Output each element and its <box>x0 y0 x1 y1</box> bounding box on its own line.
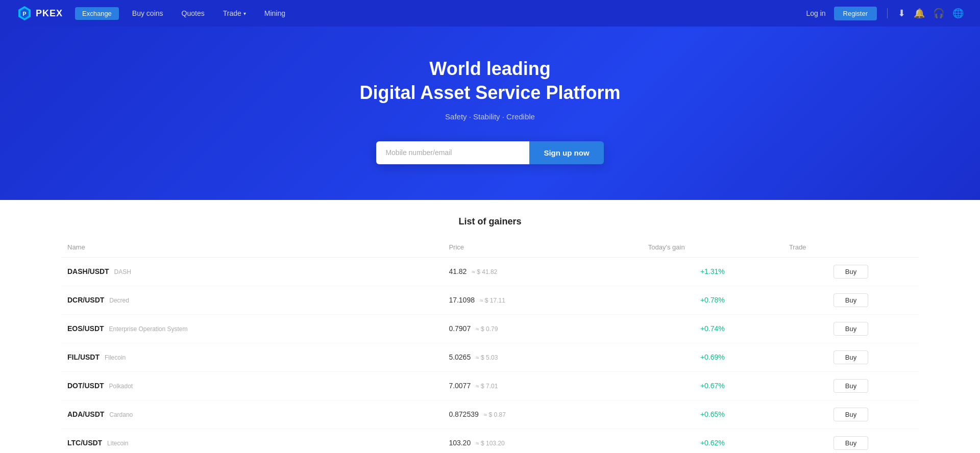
pair-name: FIL/USDT <box>67 353 100 361</box>
nav-trade[interactable]: Trade ▾ <box>214 9 255 17</box>
price-usd: ≈ $ 0.79 <box>476 325 498 333</box>
table-row: ADA/USDT Cardano 0.872539 ≈ $ 0.87 +0.65… <box>61 400 919 429</box>
pair-full-name: Decred <box>109 297 129 304</box>
gainers-section: List of gainers Name Price Today's gain … <box>0 200 980 453</box>
email-input[interactable] <box>376 141 529 164</box>
price-value: 41.82 <box>449 267 467 275</box>
pkex-logo-icon: P <box>16 5 33 21</box>
hero-title-line2: Digital Asset Service Platform <box>360 81 621 105</box>
hero-title-line1: World leading <box>429 57 550 81</box>
bell-icon[interactable]: 🔔 <box>914 8 925 19</box>
buy-button[interactable]: Buy <box>834 293 868 307</box>
nav-mining[interactable]: Mining <box>255 9 295 17</box>
gain-value: +0.67% <box>700 382 725 390</box>
table-row: EOS/USDT Enterprise Operation System 0.7… <box>61 314 919 343</box>
headset-icon[interactable]: 🎧 <box>933 8 944 19</box>
pair-full-name: Litecoin <box>107 440 128 447</box>
table-title: List of gainers <box>61 216 919 227</box>
price-value: 7.0077 <box>449 382 471 390</box>
table-header-row: Name Price Today's gain Trade <box>61 239 919 258</box>
price-usd: ≈ $ 7.01 <box>476 383 498 390</box>
table-row: LTC/USDT Litecoin 103.20 ≈ $ 103.20 +0.6… <box>61 429 919 453</box>
col-gain-header: Today's gain <box>642 239 783 258</box>
table-row: DOT/USDT Polkadot 7.0077 ≈ $ 7.01 +0.67%… <box>61 371 919 400</box>
logo-text: PKEX <box>36 8 63 19</box>
svg-text:P: P <box>22 11 26 17</box>
buy-button[interactable]: Buy <box>834 408 868 421</box>
price-usd: ≈ $ 0.87 <box>484 411 506 418</box>
hero-subtitle: Safety · Stability · Credible <box>445 112 535 121</box>
price-value: 5.0265 <box>449 353 471 361</box>
gain-value: +0.62% <box>700 439 725 447</box>
header-divider <box>887 8 888 18</box>
chevron-down-icon: ▾ <box>243 11 246 16</box>
table-row: FIL/USDT Filecoin 5.0265 ≈ $ 5.03 +0.69%… <box>61 343 919 371</box>
pair-name: DOT/USDT <box>67 382 104 390</box>
gain-value: +0.78% <box>700 296 725 304</box>
pair-name: EOS/USDT <box>67 324 104 333</box>
hero-section: World leading Digital Asset Service Plat… <box>0 27 980 200</box>
pair-name: ADA/USDT <box>67 410 104 418</box>
col-price-header: Price <box>443 239 642 258</box>
gain-value: +0.65% <box>700 410 725 418</box>
col-trade-header: Trade <box>783 239 919 258</box>
price-value: 0.7907 <box>449 324 471 333</box>
pair-full-name: Polkadot <box>109 383 133 390</box>
buy-button[interactable]: Buy <box>834 350 868 364</box>
buy-button[interactable]: Buy <box>834 265 868 279</box>
pair-name: DASH/USDT <box>67 267 109 275</box>
signup-button[interactable]: Sign up now <box>529 141 603 164</box>
pair-full-name: Enterprise Operation System <box>109 325 187 333</box>
table-row: DASH/USDT DASH 41.82 ≈ $ 41.82 +1.31% Bu… <box>61 257 919 286</box>
nav-quotes[interactable]: Quotes <box>173 9 214 17</box>
buy-button[interactable]: Buy <box>834 322 868 336</box>
buy-button[interactable]: Buy <box>834 436 868 450</box>
download-icon[interactable]: ⬇ <box>898 8 905 19</box>
nav-buy-coins[interactable]: Buy coins <box>123 9 173 17</box>
price-usd: ≈ $ 41.82 <box>472 268 497 275</box>
pair-name: LTC/USDT <box>67 439 102 447</box>
gain-value: +0.69% <box>700 353 725 361</box>
globe-icon[interactable]: 🌐 <box>952 8 964 19</box>
price-value: 103.20 <box>449 439 471 447</box>
pair-full-name: Cardano <box>109 411 133 418</box>
logo-area: P PKEX <box>16 5 63 21</box>
signup-form: Sign up now <box>376 141 603 164</box>
table-row: DCR/USDT Decred 17.1098 ≈ $ 17.11 +0.78%… <box>61 286 919 314</box>
price-usd: ≈ $ 5.03 <box>476 354 498 361</box>
price-value: 17.1098 <box>449 296 475 304</box>
header: P PKEX Exchange Buy coins Quotes Trade ▾… <box>0 0 980 27</box>
login-link[interactable]: Log in <box>806 9 825 17</box>
price-usd: ≈ $ 17.11 <box>480 297 505 304</box>
gain-value: +1.31% <box>700 267 725 275</box>
col-name-header: Name <box>61 239 443 258</box>
price-value: 0.872539 <box>449 410 478 418</box>
gain-value: +0.74% <box>700 324 725 333</box>
pair-name: DCR/USDT <box>67 296 104 304</box>
header-right: Log in Register ⬇ 🔔 🎧 🌐 <box>806 7 964 20</box>
gainers-table: Name Price Today's gain Trade DASH/USDT … <box>61 239 919 453</box>
main-nav: Buy coins Quotes Trade ▾ Mining <box>123 9 806 17</box>
register-button[interactable]: Register <box>834 7 877 20</box>
pair-full-name: Filecoin <box>105 354 126 361</box>
exchange-button[interactable]: Exchange <box>75 7 119 20</box>
price-usd: ≈ $ 103.20 <box>476 440 505 447</box>
pair-full-name: DASH <box>114 268 131 275</box>
buy-button[interactable]: Buy <box>834 379 868 393</box>
